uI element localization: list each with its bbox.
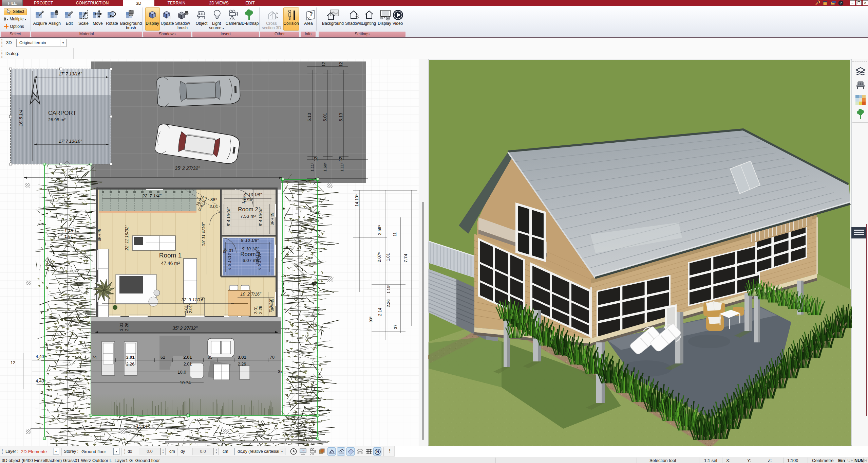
svg-text:35' 2 27/32": 35' 2 27/32" xyxy=(175,165,200,171)
svg-text:BRH 75: BRH 75 xyxy=(97,229,101,241)
svg-text:12: 12 xyxy=(11,360,15,365)
svg-text:65: 65 xyxy=(208,355,212,360)
svg-text:32' 9 11/16": 32' 9 11/16" xyxy=(181,297,205,302)
svg-text:16' 5 1/4": 16' 5 1/4" xyxy=(18,108,23,126)
svg-text:N: N xyxy=(376,450,379,454)
svg-text:62: 62 xyxy=(161,355,165,360)
svg-text:?: ? xyxy=(840,1,842,5)
svg-text:2.26: 2.26 xyxy=(386,299,391,307)
svg-text:1.11⁵: 1.11⁵ xyxy=(340,162,344,172)
svg-text:9' 10 1/8": 9' 10 1/8" xyxy=(241,238,259,243)
svg-text:2.26: 2.26 xyxy=(126,362,134,367)
svg-text:35' 2 27/32": 35' 2 27/32" xyxy=(172,325,198,331)
svg-text:26.95 m²: 26.95 m² xyxy=(48,117,66,122)
svg-text:5.01: 5.01 xyxy=(322,113,327,121)
svg-text:3.01: 3.01 xyxy=(126,355,134,360)
svg-text:15' 11 5/16": 15' 11 5/16" xyxy=(201,222,206,246)
svg-text:BRH 35: BRH 35 xyxy=(270,213,274,225)
svg-text:2.26: 2.26 xyxy=(258,306,263,314)
svg-text:Room 2: Room 2 xyxy=(238,206,258,213)
svg-text:15.14⁵: 15.14⁵ xyxy=(136,424,149,429)
svg-text:CARPORT: CARPORT xyxy=(48,110,76,116)
svg-text:8' 4 15/16": 8' 4 15/16" xyxy=(226,207,231,226)
svg-text:10' 2 7/16": 10' 2 7/16" xyxy=(240,291,262,297)
svg-text:1.60⁵: 1.60⁵ xyxy=(323,162,327,172)
svg-text:2.01: 2.01 xyxy=(209,204,218,209)
svg-text:47.46 m²: 47.46 m² xyxy=(161,261,180,266)
svg-text:1.16⁵: 1.16⁵ xyxy=(386,285,391,293)
svg-text:11: 11 xyxy=(393,232,397,236)
svg-text:3.01: 3.01 xyxy=(253,306,258,314)
svg-text:3.01: 3.01 xyxy=(238,355,246,360)
svg-text:12: 12 xyxy=(338,157,343,161)
svg-text:74: 74 xyxy=(92,355,97,360)
svg-text:1.76: 1.76 xyxy=(64,228,73,233)
svg-text:?: ? xyxy=(309,11,313,17)
svg-text:2.01: 2.01 xyxy=(184,362,192,367)
svg-text:22' 7 1/4": 22' 7 1/4" xyxy=(142,193,162,198)
svg-text:2.26: 2.26 xyxy=(125,323,129,331)
svg-text:37: 37 xyxy=(278,369,283,374)
svg-text:2.01: 2.01 xyxy=(184,305,189,313)
svg-text:3.01: 3.01 xyxy=(119,323,124,331)
svg-text:88⁵: 88⁵ xyxy=(210,197,217,202)
svg-text:1.11⁵: 1.11⁵ xyxy=(310,162,314,172)
svg-text:7.74: 7.74 xyxy=(403,254,408,262)
svg-text:17' 7 13/16": 17' 7 13/16" xyxy=(59,71,82,76)
svg-text:14.10⁵: 14.10⁵ xyxy=(355,194,359,207)
svg-text:12: 12 xyxy=(321,62,326,67)
svg-text:2.56⁵: 2.56⁵ xyxy=(377,225,382,235)
svg-text:2.14: 2.14 xyxy=(378,308,382,316)
svg-text:BRH 1.50: BRH 1.50 xyxy=(256,250,260,265)
svg-text:22' 11 19/32": 22' 11 19/32" xyxy=(124,225,129,251)
svg-text:1.01: 1.01 xyxy=(386,253,391,261)
svg-text:90⁵: 90⁵ xyxy=(369,316,373,322)
svg-text:2.01: 2.01 xyxy=(183,355,192,360)
svg-text:8' 4 15/16": 8' 4 15/16" xyxy=(258,207,263,226)
svg-text:6' 9 17/16": 6' 9 17/16" xyxy=(227,252,231,270)
svg-text:70: 70 xyxy=(270,355,275,360)
svg-text:5.13: 5.13 xyxy=(338,113,343,121)
svg-text:12: 12 xyxy=(339,62,343,67)
svg-text:Room 1: Room 1 xyxy=(159,252,182,259)
svg-text:37: 37 xyxy=(393,324,398,329)
svg-text:17' 7 13/16": 17' 7 13/16" xyxy=(59,139,82,144)
svg-text:2.01: 2.01 xyxy=(188,305,193,313)
svg-text:2.07⁵: 2.07⁵ xyxy=(377,252,382,262)
svg-text:5.13: 5.13 xyxy=(307,113,312,121)
svg-text:1.51: 1.51 xyxy=(64,234,73,239)
svg-text:BRH 35: BRH 35 xyxy=(270,299,274,311)
svg-text:2.26: 2.26 xyxy=(238,362,246,367)
svg-text:12: 12 xyxy=(314,157,318,161)
svg-text:7.53 m²: 7.53 m² xyxy=(240,214,256,219)
